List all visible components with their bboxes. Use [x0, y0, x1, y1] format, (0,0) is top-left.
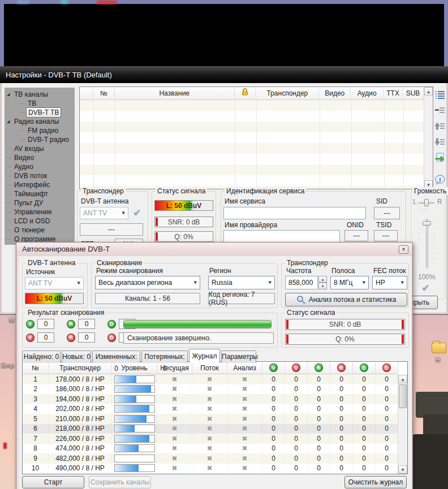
log-column-header[interactable]: D: [376, 362, 398, 374]
tab-log[interactable]: Журнал: [189, 349, 220, 363]
log-column-header[interactable]: Анализ: [227, 362, 262, 374]
log-column-header[interactable]: №: [23, 362, 49, 374]
remove-channel-icon[interactable]: [434, 105, 446, 116]
tree-connector-icon: [7, 167, 11, 167]
sidebar-item[interactable]: Аудио: [7, 162, 75, 171]
log-cell-count: 0: [330, 394, 353, 404]
bandwidth-select[interactable]: 8 МГц ▼: [330, 276, 369, 289]
info-icon[interactable]: i: [434, 174, 446, 185]
channel-column-header[interactable]: Аудио: [351, 87, 384, 100]
group-title: Результат сканирования: [26, 309, 106, 317]
level-bar-fill: [115, 465, 139, 471]
log-table-row[interactable]: 7226,000 / 8 / HP✖✖✖000000: [23, 434, 398, 444]
log-table-row[interactable]: 3194,000 / 8 / HP✖✖✖000000: [23, 394, 398, 404]
service-name-field[interactable]: [223, 207, 366, 219]
sidebar-item[interactable]: Управление: [7, 207, 75, 217]
channel-column-header[interactable]: Название: [115, 87, 235, 100]
settings-window-titlebar[interactable]: Настройки - DVB-T ТВ (Default): [0, 67, 448, 83]
desktop-folder-icon[interactable]: [432, 343, 446, 353]
log-cell-transponder: 490,000 / 8 / HP: [49, 464, 112, 474]
frequency-spin-up-icon[interactable]: ▲: [318, 276, 327, 283]
channel-column-header[interactable]: Видео: [319, 87, 351, 100]
channel-column-header[interactable]: [80, 87, 93, 100]
sidebar-item[interactable]: DVB-T ТВ: [7, 108, 75, 117]
log-column-header[interactable]: Поток: [192, 362, 227, 374]
log-column-header[interactable]: Уровень: [112, 362, 157, 374]
move-down-icon[interactable]: [434, 136, 446, 148]
analyze-stream-button[interactable]: Анализ потока и статистика: [285, 293, 407, 306]
log-column-header[interactable]: V: [262, 362, 285, 374]
tree-expand-icon[interactable]: ◢: [7, 117, 12, 126]
fec-value: HP: [376, 279, 385, 287]
log-scrollbar[interactable]: ▲ ▼: [398, 375, 407, 474]
tab-3[interactable]: Потерянных: 0: [141, 350, 188, 363]
export-list-icon[interactable]: [434, 152, 446, 163]
channel-table[interactable]: №НазваниеТранспондерВидеоАудиоTTXSUB ▲ ▼: [79, 86, 433, 189]
log-table-row[interactable]: 4202,000 / 8 / HP✖✖✖000000: [23, 404, 398, 414]
volume-track[interactable]: [426, 219, 428, 269]
sidebar-item[interactable]: Пульт ДУ: [7, 198, 75, 207]
log-column-header[interactable]: R: [330, 362, 353, 374]
sidebar-item[interactable]: DVB-T радио: [7, 135, 75, 144]
scroll-up-icon[interactable]: ▲: [424, 87, 433, 96]
log-cell-analysis: ✖: [227, 464, 262, 474]
level-bar: [114, 435, 155, 443]
dialog-close-icon[interactable]: ✕: [399, 245, 408, 254]
balance-thumb[interactable]: [424, 199, 429, 206]
log-scrollbar-thumb[interactable]: [399, 384, 407, 408]
tab-0[interactable]: Найдено: 0: [22, 350, 61, 363]
log-table-row[interactable]: 6218,000 / 8 / HP✖✖✖000000: [23, 424, 398, 434]
frequency-input[interactable]: 858,000: [285, 276, 318, 289]
log-table-row[interactable]: 10490,000 / 8 / HP✖✖✖000000: [23, 464, 398, 474]
source-select[interactable]: ANT TV ▼: [25, 277, 84, 289]
antenna-select[interactable]: ANT TV ▼: [80, 207, 128, 219]
move-up-icon[interactable]: [434, 120, 446, 132]
scroll-down-icon[interactable]: ▼: [398, 465, 407, 474]
channel-table-scrollbar[interactable]: ▲ ▼: [424, 87, 433, 189]
sidebar-item[interactable]: ◢Радио каналы: [7, 117, 75, 126]
tab-2[interactable]: Измененных: 0: [92, 350, 140, 363]
channel-column-header[interactable]: №: [93, 87, 115, 100]
clear-log-button[interactable]: Очистить журнал: [344, 476, 407, 488]
tree-expand-icon[interactable]: ◢: [7, 90, 12, 99]
log-table-row[interactable]: 5210,000 / 8 / HP✖✖✖000000: [23, 414, 398, 424]
log-table-row[interactable]: 8474,000 / 8 / HP✖✖✖000000: [23, 444, 398, 454]
autoscan-dialog-titlebar[interactable]: Автосканирование DVB-T: [16, 243, 412, 256]
channel-column-header[interactable]: Транспондер: [256, 87, 319, 100]
sidebar-item[interactable]: FM радио: [7, 126, 75, 135]
fec-select[interactable]: HP ▼: [372, 276, 407, 289]
save-channels-button[interactable]: Сохранить каналы: [89, 476, 151, 488]
tab-5[interactable]: Параметры: [221, 350, 256, 363]
service-name-label: Имя сервиса: [225, 197, 265, 205]
scan-mode-select[interactable]: Весь диапазон региона ▼: [95, 276, 200, 289]
sidebar-item[interactable]: ◢ТВ каналы: [7, 90, 75, 99]
log-table-row[interactable]: 2186,000 / 8 / HP✖✖✖000000: [23, 384, 398, 395]
sidebar-item[interactable]: DVB поток: [7, 171, 75, 180]
log-column-header[interactable]: Транспондер: [49, 362, 112, 374]
sidebar-item[interactable]: Таймшифт: [7, 189, 75, 198]
frequency-spin-down-icon[interactable]: ▼: [318, 283, 327, 289]
sidebar-item[interactable]: ТВ: [7, 99, 75, 108]
provider-field[interactable]: [223, 230, 340, 243]
sidebar-item[interactable]: Интерфейс: [7, 180, 75, 189]
log-column-header[interactable]: R: [308, 362, 330, 374]
channel-column-header[interactable]: SUB: [403, 87, 424, 100]
volume-thumb[interactable]: [423, 221, 431, 226]
sidebar-item[interactable]: Видео: [7, 153, 75, 162]
channel-list-icon[interactable]: [434, 89, 446, 100]
start-button[interactable]: Старт: [22, 476, 84, 488]
channel-table-rows[interactable]: [80, 100, 424, 189]
channel-column-header[interactable]: [235, 87, 256, 100]
log-column-header[interactable]: D: [353, 362, 376, 374]
log-table-row[interactable]: 1178,000 / 8 / HP✖✖✖000000: [23, 374, 398, 384]
scan-log-table[interactable]: №ТранспондерУровеньНесущаяПотокАнализVVR…: [22, 361, 408, 474]
log-table-row[interactable]: 9482,000 / 8 / HP✖✖✖000000: [23, 453, 398, 464]
sidebar-item[interactable]: AV входы: [7, 144, 75, 153]
scroll-up-icon[interactable]: ▲: [398, 375, 407, 383]
channel-column-header[interactable]: TTX: [384, 87, 403, 100]
region-select[interactable]: Russia ▼: [208, 276, 275, 289]
tab-1[interactable]: Новых: 0: [62, 350, 91, 363]
sidebar-item[interactable]: LCD и OSD: [7, 217, 75, 226]
sidebar-item[interactable]: О тюнере: [7, 226, 75, 235]
log-column-header[interactable]: V: [285, 362, 308, 374]
